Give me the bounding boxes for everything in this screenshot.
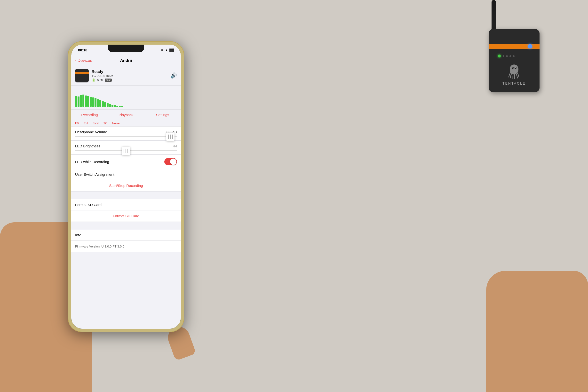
vu-bar-8 [94, 98, 96, 107]
vu-bar-0 [75, 96, 77, 107]
subtab-never[interactable]: Never [112, 122, 120, 125]
device-blue-led [528, 44, 532, 48]
vu-bar-13 [107, 103, 109, 107]
svg-point-3 [513, 68, 513, 68]
phone-device: 00:18 ⠿ ▲ ▓▓ ‹ Devices Andrii [68, 41, 184, 332]
led-brightness-row: LED Brightness 44 [71, 140, 181, 155]
device-info: Ready TC 00:18:45:06 🔋 65% float [92, 70, 167, 82]
device-green-led [498, 54, 501, 58]
led-brightness-label: LED Brightness [75, 144, 100, 148]
subtab-th[interactable]: TH [84, 122, 88, 125]
settings-sub-tabs: EV TH SYN TC Never [71, 120, 181, 126]
device-logo [504, 60, 524, 80]
back-button[interactable]: ‹ Devices [75, 58, 92, 63]
device-thumbnail [75, 69, 89, 82]
vu-bar-15 [111, 105, 113, 107]
battery-icon: ▓▓ [169, 48, 174, 52]
device-dots [503, 55, 515, 57]
chevron-left-icon: ‹ [75, 58, 76, 63]
phone-inner: 00:18 ⠿ ▲ ▓▓ ‹ Devices Andrii [71, 44, 181, 329]
tentacle-device: TENTACLE [489, 29, 540, 92]
format-sd-action-label: Format SD Card [113, 214, 139, 218]
wifi-icon: ▲ [165, 48, 168, 52]
tab-bar: Recording Playback Settings [71, 110, 181, 120]
vu-bars [75, 94, 177, 107]
vu-bar-2 [80, 95, 82, 107]
nav-title: Andrii [120, 58, 132, 63]
hand-right [486, 271, 588, 392]
vu-bar-11 [102, 101, 104, 107]
vu-bar-10 [99, 100, 101, 107]
phone-notch [108, 44, 144, 52]
led-brightness-value: 44 [173, 144, 177, 148]
firmware-row: Firmware Version: U 3.0.0 PT 3.0.0 [71, 241, 181, 252]
vu-bar-5 [87, 96, 89, 107]
device-timecode: TC 00:18:45:06 [92, 74, 167, 78]
subtab-tc[interactable]: TC [103, 122, 107, 125]
vu-bar-17 [116, 106, 118, 107]
info-label: Info [75, 233, 81, 237]
led-while-recording-toggle[interactable] [164, 158, 177, 165]
start-stop-label: Start/Stop Recording [109, 184, 143, 188]
grid-icon: ⠿ [161, 48, 163, 52]
section-divider-1 [71, 192, 181, 199]
vu-bar-6 [90, 97, 92, 107]
vu-bar-7 [92, 98, 94, 107]
device-card: Ready TC 00:18:45:06 🔋 65% float 🔊 [71, 66, 181, 86]
headphone-slider-thumb[interactable] [166, 132, 174, 141]
thumb-stripe [75, 72, 89, 74]
status-icons: ⠿ ▲ ▓▓ [161, 48, 174, 52]
vu-bar-12 [104, 102, 106, 107]
led-slider-thumb[interactable] [122, 147, 130, 155]
battery-percent: 65% [97, 78, 103, 82]
svg-point-4 [516, 68, 516, 68]
tab-recording[interactable]: Recording [71, 110, 108, 120]
device-brand: TENTACLE [503, 82, 526, 85]
headphone-slider-track[interactable] [75, 136, 177, 137]
vu-bar-3 [82, 94, 84, 107]
back-label: Devices [77, 58, 92, 63]
vu-bar-1 [77, 96, 79, 107]
vu-meter [71, 92, 181, 110]
subtab-ev[interactable]: EV [75, 122, 79, 125]
float-badge: float [105, 78, 112, 82]
device-status: Ready [92, 70, 167, 74]
format-sd-row: Format SD Card [71, 199, 181, 210]
format-sd-label: Format SD Card [75, 203, 101, 207]
speaker-icon[interactable]: 🔊 [170, 72, 177, 79]
user-switch-label: User Switch Assignment [75, 172, 114, 176]
headphone-volume-row: Headphone Volume 0.0 dB [71, 126, 181, 140]
start-stop-row[interactable]: Start/Stop Recording [71, 180, 181, 192]
vu-bar-19 [121, 106, 123, 107]
led-while-recording-row: LED while Recording [71, 155, 181, 169]
vu-bar-18 [119, 106, 121, 107]
vu-bar-14 [109, 104, 111, 107]
battery-row: 🔋 65% float [92, 78, 167, 82]
led-while-recording-label: LED while Recording [75, 160, 109, 164]
vu-bar-9 [97, 100, 99, 107]
status-time: 00:18 [78, 48, 87, 52]
info-row: Info [71, 230, 181, 241]
format-sd-action-row[interactable]: Format SD Card [71, 210, 181, 222]
subtab-syn[interactable]: SYN [93, 122, 99, 125]
headphone-volume-label: Headphone Volume [75, 130, 107, 134]
vu-bar-16 [114, 105, 116, 107]
section-divider-2 [71, 222, 181, 230]
settings-content: EV TH SYN TC Never Headphone Volume 0.0 … [71, 120, 181, 329]
nav-bar: ‹ Devices Andrii [71, 55, 181, 66]
vu-bar-4 [85, 96, 87, 107]
led-slider-track[interactable] [75, 150, 177, 151]
battery-icon: 🔋 [92, 78, 95, 82]
phone-screen: 00:18 ⠿ ▲ ▓▓ ‹ Devices Andrii [71, 44, 181, 329]
user-switch-row: User Switch Assignment [71, 169, 181, 180]
tab-settings[interactable]: Settings [144, 110, 181, 120]
firmware-label: Firmware Version: U 3.0.0 PT 3.0.0 [75, 244, 124, 248]
tab-playback[interactable]: Playback [108, 110, 144, 120]
